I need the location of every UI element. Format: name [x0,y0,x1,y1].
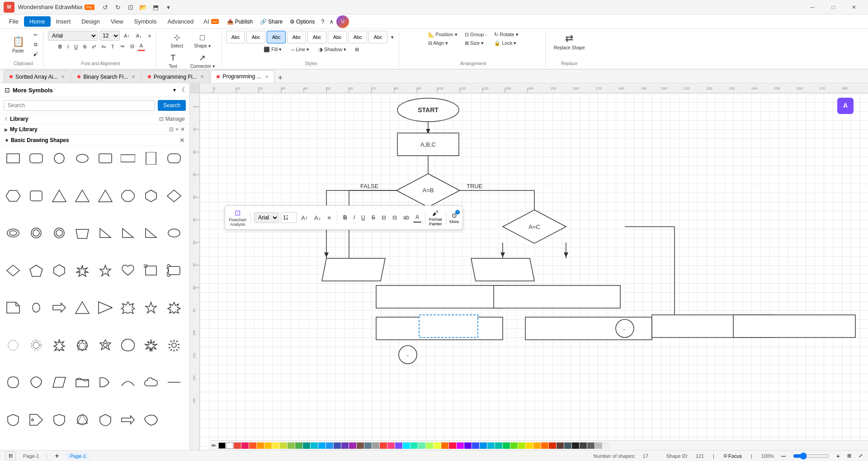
shape-parallelogram[interactable] [50,374,69,391]
increase-font-button[interactable]: A↑ [122,32,132,40]
copy-button[interactable]: ⧉ [31,40,40,49]
ft-align-button[interactable]: ≡ [325,213,333,223]
style-6-button[interactable]: Abc [328,31,347,43]
color-light-blue[interactable] [318,442,326,449]
shape-hex-h[interactable] [4,187,23,204]
tab-1[interactable]: Binary Search Fl... ✕ [71,70,141,83]
shape-hex-v[interactable] [142,187,160,204]
shape-hexagon[interactable] [50,262,69,279]
close-button[interactable]: ✕ [844,0,864,14]
canvas-content[interactable]: FALSE TRUE B=C START A,B,C [200,93,868,450]
styles-expand-button[interactable]: ⊞ [353,45,361,54]
share-button[interactable]: 🔗 Share [256,17,286,27]
shape-diamond[interactable] [165,187,184,204]
shape-rhombus[interactable] [4,262,23,279]
menu-view[interactable]: View [105,16,129,27]
color-orange-accent[interactable] [441,442,448,449]
text-button[interactable]: T [109,43,117,51]
shape-shield[interactable] [4,411,23,428]
shape-hring[interactable] [4,224,23,242]
color-deep-orange-accent2[interactable] [549,442,556,449]
menu-advanced[interactable]: Advanced [162,16,199,27]
color-yellow-accent2[interactable] [526,442,533,449]
bullets-button[interactable]: ≔ [118,42,127,51]
underline-button[interactable]: U [72,43,80,51]
color-light-blue-accent2[interactable] [480,442,487,449]
manage-button[interactable]: ⊡ Manage [159,116,185,122]
color-grey-dark[interactable] [572,442,579,449]
export-button[interactable]: ⬒ [151,2,161,13]
style-8-button[interactable]: Abc [368,31,387,43]
menu-design[interactable]: Design [76,16,105,27]
color-teal-accent2[interactable] [495,442,502,449]
color-pink[interactable] [241,442,249,449]
color-cyan-accent[interactable] [403,442,410,449]
cut-button[interactable]: ✂ [31,31,40,39]
shape-wave[interactable] [73,374,92,391]
decrease-font-button[interactable]: A↓ [134,32,144,40]
shape-arrow2[interactable] [118,411,137,428]
shape-triangle2[interactable] [73,187,92,204]
font-size-select[interactable]: 12 [99,31,120,41]
shape-rect[interactable] [4,150,23,167]
color-teal-accent[interactable] [410,442,418,449]
shape-rect-corners[interactable] [142,262,160,279]
shape-ring3[interactable] [27,337,46,354]
ft-bold-button[interactable]: B [341,213,349,222]
ft-font-select[interactable]: Arial [254,212,279,223]
shape-tag[interactable] [27,411,46,428]
shape-leaf2[interactable] [142,411,160,428]
color-light-green[interactable] [288,442,295,449]
color-grey-lighter[interactable] [603,442,610,449]
superscript-button[interactable]: x² [90,43,98,51]
color-lime[interactable] [280,442,287,449]
shape-triangle3[interactable] [96,187,115,204]
shape-multi-arrow[interactable] [118,299,137,316]
color-yellow[interactable] [272,442,279,449]
shape-12star[interactable] [73,262,92,279]
color-light-green-accent[interactable] [426,442,433,449]
text-tool-button[interactable]: T Text [161,52,185,70]
shape-ring2[interactable] [50,224,69,242]
select-button[interactable]: ⊹ Select [165,31,189,50]
color-white[interactable] [226,442,233,449]
color-deep-purple[interactable] [341,442,349,449]
color-cyan[interactable] [311,442,318,449]
ft-more[interactable]: ⊙ ? More [450,212,459,224]
shape-scroll[interactable] [165,262,184,279]
color-blue-grey[interactable] [364,442,372,449]
page-tab[interactable]: Page-1 [66,452,90,460]
shape-complex1[interactable] [50,337,69,354]
minimize-button[interactable]: ─ [802,0,823,14]
shape-stadium[interactable] [27,299,46,316]
position-button[interactable]: 📐 Position ▾ [425,31,460,38]
shape-complex3[interactable] [96,337,115,354]
add-page-button[interactable]: + [55,452,59,460]
zoom-out-button[interactable]: ─ [781,452,786,460]
color-purple-accent[interactable] [395,442,402,449]
color-magenta[interactable] [457,442,464,449]
paste-button[interactable]: 📋 Paste [6,34,30,55]
strikethrough-button[interactable]: S [81,43,89,51]
color-teal[interactable] [303,442,310,449]
shape-trapezoid[interactable] [73,224,92,242]
align-arr-button[interactable]: ⊟ Align ▾ [425,39,460,47]
shape-squircle[interactable] [4,374,23,391]
shape-rtriangle2[interactable] [118,224,137,242]
my-library-close-button[interactable]: ✕ [180,126,185,133]
color-brown[interactable] [357,442,364,449]
shape-rounded-square[interactable] [27,187,46,204]
search-button[interactable]: Search [158,100,186,111]
shadow-button[interactable]: ◑ Shadow ▾ [316,46,349,53]
shape-5star[interactable] [142,299,160,316]
shape-shield2[interactable] [50,411,69,428]
ft-underline-button[interactable]: U [359,213,368,222]
ft-textcolor-button[interactable]: A [413,213,421,223]
publish-button[interactable]: 📤 Publish [223,17,256,27]
menu-insert[interactable]: Insert [51,16,76,27]
shape-rounded-rect[interactable] [27,150,46,167]
color-grey-medium[interactable] [587,442,594,449]
replace-shape-button[interactable]: ⇄ Replace Shape [550,31,588,52]
style-4-button[interactable]: Abc [287,31,306,43]
color-pink-accent[interactable] [387,442,395,449]
